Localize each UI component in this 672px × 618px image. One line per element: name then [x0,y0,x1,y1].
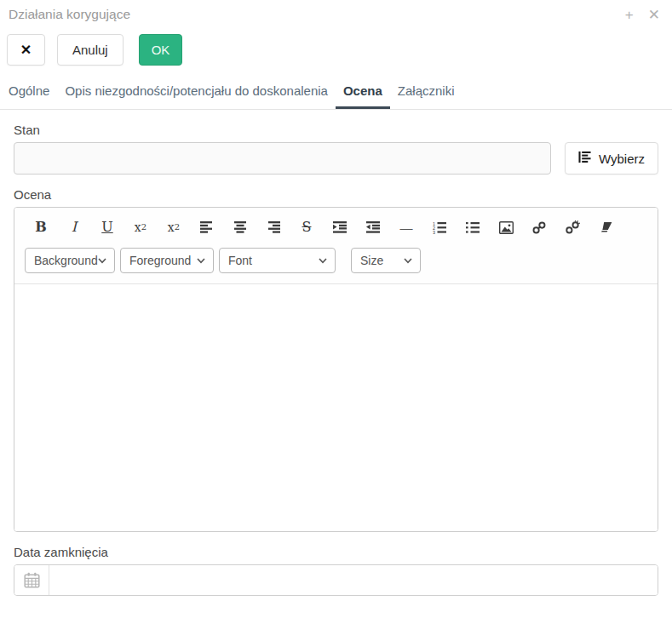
chevron-down-icon [197,258,205,264]
ocena-label: Ocena [14,187,658,202]
background-select[interactable]: Background [25,248,115,273]
foreground-select-value: Foreground [129,254,191,267]
foreground-select[interactable]: Foreground [120,248,214,273]
editor-toolbar-selects: Background Foreground Font Size [25,248,647,273]
italic-button[interactable]: I [66,219,82,237]
tab-bar: Ogólne Opis niezgodności/potencjału do d… [0,83,672,110]
outdent-button[interactable] [365,219,381,237]
size-select-value: Size [360,254,383,267]
ok-button[interactable]: OK [139,34,183,66]
indent-button[interactable] [332,219,347,237]
size-select[interactable]: Size [351,248,421,273]
align-left-button[interactable] [199,219,215,237]
expand-icon[interactable]: + [625,8,634,22]
calendar-icon [24,572,40,588]
wybierz-button-label: Wybierz [599,152,645,166]
stan-row: Wybierz [14,142,658,175]
align-center-button[interactable] [233,219,248,237]
horizontal-rule-button[interactable]: — [399,219,414,237]
subscript-base: x [135,221,141,233]
superscript-base: x [168,221,175,233]
link-button[interactable] [531,219,547,237]
strikethrough-button[interactable]: S [299,219,314,237]
data-zamkniecia-input[interactable] [49,565,658,595]
svg-text:3: 3 [433,230,435,234]
tab-ocena[interactable]: Ocena [336,83,390,109]
cancel-button[interactable]: Anuluj [57,34,123,66]
rich-text-editor: B I U x2 x2 [14,207,658,532]
font-select[interactable]: Font [219,248,336,273]
image-button[interactable] [498,219,514,237]
close-button[interactable]: ✕ [7,34,45,66]
remove-format-icon[interactable] [598,219,613,237]
window-header: Działania korygujące + ✕ [0,0,672,22]
stan-label: Stan [14,123,658,137]
wybierz-button[interactable]: Wybierz [565,142,658,175]
superscript-button[interactable]: x2 [166,219,181,237]
chevron-down-icon [404,258,412,264]
underline-button[interactable]: U [100,219,115,237]
subscript-button[interactable]: x2 [133,219,148,237]
unordered-list-button[interactable] [465,219,480,237]
bold-button[interactable]: B [33,219,49,237]
unlink-button[interactable] [565,219,580,237]
window-close-icon[interactable]: ✕ [648,8,660,22]
tab-opis-niezgodnosci[interactable]: Opis niezgodności/potencjału do doskonal… [57,83,336,109]
chevron-down-icon [98,258,106,264]
subscript-digit: 2 [141,223,146,232]
editor-toolbar: B I U x2 x2 [14,208,658,284]
action-toolbar: ✕ Anuluj OK [0,22,672,66]
page-title: Działania korygujące [9,7,130,22]
date-input-group [14,564,658,596]
editor-toolbar-buttons: B I U x2 x2 [25,216,647,237]
font-select-value: Font [228,254,252,267]
stan-input[interactable] [14,142,551,175]
background-select-value: Background [34,254,98,267]
calendar-addon[interactable] [14,565,49,595]
editor-content-area[interactable] [14,284,658,531]
ordered-list-button[interactable]: 1 2 3 [432,219,447,237]
window-controls: + ✕ [625,8,660,22]
form-panel: Stan Wybierz Ocena B I U x2 [0,123,672,596]
align-right-button[interactable] [266,219,281,237]
superscript-digit: 2 [175,223,180,232]
tab-ogolne[interactable]: Ogólne [1,83,57,109]
data-zamkniecia-label: Data zamknięcia [14,545,658,559]
tab-zalaczniki[interactable]: Załączniki [390,83,462,109]
chevron-down-icon [319,258,327,264]
list-icon [578,151,591,166]
